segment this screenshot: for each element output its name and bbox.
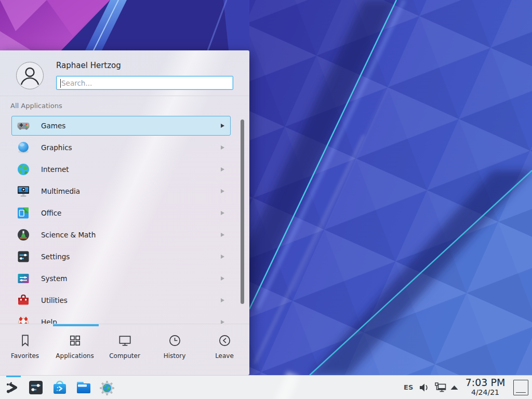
show-desktop-button[interactable] <box>513 380 528 395</box>
app-launcher-button[interactable] <box>4 380 19 395</box>
file-manager-icon[interactable] <box>75 379 92 396</box>
sphere-icon <box>17 141 30 154</box>
submenu-arrow-icon <box>221 276 224 281</box>
submenu-arrow-icon <box>221 233 224 237</box>
tab-computer[interactable]: Computer <box>100 324 150 375</box>
toolbox-icon <box>17 294 30 307</box>
search-input-field[interactable] <box>57 76 233 89</box>
application-launcher-menu: Raphael Hertzog All Applications <box>0 50 249 375</box>
taskbar-translucency-streak <box>275 371 300 399</box>
scrollbar[interactable] <box>241 119 244 304</box>
discover-store-icon[interactable] <box>51 379 68 396</box>
tab-favorites[interactable]: Favorites <box>0 324 50 375</box>
app-grid-icon <box>68 333 83 348</box>
submenu-arrow-icon <box>221 298 224 302</box>
network-icon[interactable] <box>434 382 447 393</box>
history-clock-icon <box>167 333 182 348</box>
menu-tab-bar: Favorites Applications Computer <box>0 324 249 375</box>
category-row-office[interactable]: Office <box>0 202 249 224</box>
submenu-arrow-icon <box>221 320 224 324</box>
user-name: Raphael Hertzog <box>56 61 121 70</box>
desktop: Raphael Hertzog All Applications <box>0 0 532 399</box>
text-caret <box>60 79 61 88</box>
category-row-system[interactable]: System <box>0 268 249 289</box>
clock-time: 7:03 PM <box>461 377 509 388</box>
section-label: All Applications <box>10 102 62 110</box>
flask-icon <box>17 228 30 242</box>
tab-leave[interactable]: Leave <box>200 324 249 375</box>
leave-icon <box>217 333 232 348</box>
menu-header: Raphael Hertzog <box>0 50 249 96</box>
submenu-arrow-icon <box>221 145 224 150</box>
gamepad-icon <box>17 119 30 132</box>
category-row-settings[interactable]: Settings <box>0 246 249 268</box>
digital-clock[interactable]: 7:03 PM 4/24/21 <box>461 377 509 397</box>
tab-applications[interactable]: Applications <box>50 324 100 375</box>
system-settings-icon[interactable] <box>28 379 44 396</box>
expand-tray-arrow-icon[interactable] <box>450 385 459 390</box>
taskbar: ES 7:03 PM 4/24/21 <box>0 375 532 399</box>
media-screen-icon <box>17 184 30 198</box>
submenu-arrow-icon <box>221 255 224 259</box>
monitor-icon <box>117 333 132 348</box>
clock-date: 4/24/21 <box>461 388 509 397</box>
category-row-games[interactable]: Games <box>0 115 249 137</box>
active-tab-indicator <box>53 324 99 326</box>
show-desktop-line <box>516 392 526 393</box>
lifebuoy-icon <box>17 315 30 324</box>
application-category-list: Games Graphics <box>0 115 249 324</box>
user-avatar-icon[interactable] <box>16 62 44 89</box>
system-icon <box>17 272 30 285</box>
submenu-arrow-icon <box>221 167 224 171</box>
category-row-help[interactable]: Help <box>0 311 249 324</box>
search-input[interactable] <box>56 76 233 90</box>
category-row-internet[interactable]: Internet <box>0 158 249 180</box>
globe-icon <box>17 163 30 176</box>
submenu-arrow-icon <box>221 189 224 193</box>
web-browser-icon[interactable] <box>99 380 115 396</box>
launcher-active-indicator <box>6 376 21 377</box>
category-row-science-math[interactable]: Science & Math <box>0 224 249 246</box>
volume-icon[interactable] <box>419 382 430 393</box>
tab-history[interactable]: History <box>150 324 200 375</box>
category-row-utilities[interactable]: Utilities <box>0 289 249 311</box>
category-row-graphics[interactable]: Graphics <box>0 137 249 158</box>
sliders-icon <box>17 250 30 263</box>
keyboard-layout-indicator[interactable]: ES <box>404 376 413 399</box>
bookmark-icon <box>18 333 33 348</box>
submenu-arrow-icon <box>221 211 224 215</box>
category-row-multimedia[interactable]: Multimedia <box>0 180 249 202</box>
submenu-arrow-icon <box>221 124 224 128</box>
document-icon <box>17 206 30 220</box>
